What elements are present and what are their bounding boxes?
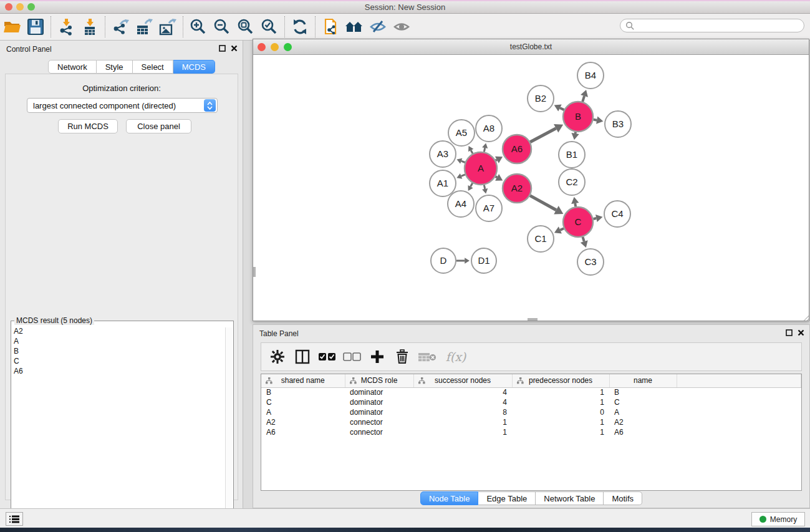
mcds-result-list[interactable]: A2ABCA6 (14, 326, 233, 376)
import-network-icon[interactable] (54, 16, 78, 38)
table-row[interactable]: Bdominator41B (261, 387, 801, 397)
table-cell[interactable]: A2 (261, 417, 345, 427)
table-cell[interactable]: connector (345, 427, 413, 437)
graph-node-A1[interactable]: A1 (430, 170, 456, 196)
delete-column-icon[interactable] (391, 346, 413, 368)
result-item[interactable]: A2 (14, 326, 233, 336)
graph-node-B2[interactable]: B2 (528, 85, 554, 112)
edge-A6-B[interactable] (530, 128, 556, 142)
graph-node-A2[interactable]: A2 (503, 174, 531, 203)
deselect-all-checks-icon[interactable] (341, 346, 364, 368)
column-header-MCDS-role[interactable]: MCDS role (345, 374, 413, 387)
apply-function-icon[interactable]: f(x) (441, 346, 471, 368)
tab-edge-table[interactable]: Edge Table (478, 491, 536, 505)
table-cell[interactable]: C (609, 397, 677, 407)
column-header-name[interactable]: name (609, 374, 677, 387)
graph-node-C1[interactable]: C1 (528, 226, 554, 252)
graph-node-B3[interactable]: B3 (605, 111, 631, 137)
edge-A-A8[interactable] (484, 148, 485, 152)
edge-A-A7[interactable] (484, 185, 485, 188)
close-panel-icon[interactable] (231, 45, 238, 52)
graph-node-A6[interactable]: A6 (503, 135, 531, 163)
column-header-successor-nodes[interactable]: successor nodes (413, 374, 512, 387)
show-details-icon[interactable] (390, 16, 413, 38)
table-cell[interactable]: 1 (413, 417, 512, 427)
result-item[interactable]: A6 (14, 366, 233, 376)
table-cell[interactable]: dominator (345, 397, 413, 407)
edge-A-A2[interactable] (496, 177, 497, 177)
open-folder-icon[interactable] (0, 16, 24, 38)
table-row[interactable]: A6connector11A6 (261, 427, 801, 437)
graph-node-D[interactable]: D (431, 248, 456, 273)
run-mcds-button[interactable]: Run MCDS (58, 119, 118, 133)
graph-node-C3[interactable]: C3 (577, 249, 604, 275)
column-header-predecessor-nodes[interactable]: predecessor nodes (512, 374, 609, 387)
close-panel-button[interactable]: Close panel (126, 119, 191, 133)
table-cell[interactable]: 1 (512, 417, 609, 427)
table-cell[interactable]: C (261, 397, 345, 407)
import-table-icon[interactable] (78, 16, 102, 38)
zoom-selected-icon[interactable] (258, 16, 281, 38)
graph-node-A[interactable]: A (465, 152, 497, 185)
graph-node-A4[interactable]: A4 (448, 191, 474, 217)
edge-B-B2[interactable] (560, 108, 564, 110)
export-network-icon[interactable] (108, 16, 132, 38)
float-panel-icon[interactable] (786, 329, 793, 336)
select-all-checks-icon[interactable] (316, 346, 339, 368)
table-cell[interactable]: 4 (413, 397, 512, 407)
graph-node-C2[interactable]: C2 (559, 169, 585, 195)
task-history-button[interactable] (6, 512, 23, 526)
edge-A-A1[interactable] (461, 175, 465, 176)
edge-C-C2[interactable] (575, 203, 576, 206)
graph-node-A8[interactable]: A8 (476, 115, 502, 142)
tab-select[interactable]: Select (133, 60, 173, 74)
edge-C-C3[interactable] (582, 237, 584, 241)
edge-A2-C[interactable] (530, 196, 556, 210)
export-table-icon[interactable] (132, 16, 156, 38)
search-input[interactable] (620, 19, 804, 32)
table-cell[interactable]: 1 (413, 427, 512, 437)
table-cell[interactable]: connector (345, 417, 413, 427)
home-views-icon[interactable] (342, 16, 366, 38)
table-cell[interactable]: B (609, 387, 677, 397)
edge-B-B3[interactable] (594, 120, 597, 120)
network-canvas[interactable]: B4B2BB3A8A5A6A3B1AC2A1A2A4A7C4CC1C3DD1 (253, 55, 809, 317)
edge-C-C1[interactable] (560, 228, 564, 230)
zoom-in-icon[interactable] (186, 16, 210, 38)
vertical-scroll-indicator[interactable] (253, 267, 256, 277)
table-row[interactable]: Cdominator41C (261, 397, 801, 407)
result-item[interactable]: B (14, 346, 233, 356)
tab-node-table[interactable]: Node Table (420, 491, 479, 505)
table-cell[interactable]: 1 (512, 427, 609, 437)
network-window-titlebar[interactable]: testGlobe.txt (253, 39, 809, 55)
table-cell[interactable]: 8 (413, 407, 512, 417)
graph-node-A7[interactable]: A7 (476, 195, 502, 221)
network-graph[interactable]: B4B2BB3A8A5A6A3B1AC2A1A2A4A7C4CC1C3DD1 (253, 55, 809, 317)
table-cell[interactable]: 4 (413, 387, 512, 397)
network-from-document-icon[interactable] (319, 16, 342, 38)
save-session-icon[interactable] (24, 16, 47, 38)
table-settings-icon[interactable] (266, 346, 289, 368)
graph-node-D1[interactable]: D1 (471, 248, 496, 273)
add-column-icon[interactable] (366, 346, 388, 368)
edge-A-A3[interactable] (461, 161, 465, 162)
edge-A-A6[interactable] (496, 160, 497, 160)
tab-mcds[interactable]: MCDS (173, 60, 215, 74)
close-panel-icon[interactable] (798, 329, 804, 336)
table-cell[interactable]: B (261, 387, 345, 397)
memory-button[interactable]: Memory (751, 512, 805, 526)
table-cell[interactable]: A (261, 407, 345, 417)
hide-details-icon[interactable] (366, 16, 390, 38)
export-image-icon[interactable] (156, 16, 180, 38)
result-item[interactable]: C (14, 356, 233, 366)
table-row[interactable]: A2connector11A2 (261, 417, 801, 427)
table-cell[interactable]: A2 (609, 417, 677, 427)
zoom-fit-icon[interactable] (234, 16, 258, 38)
table-cell[interactable]: dominator (345, 407, 413, 417)
table-cell[interactable]: dominator (345, 387, 413, 397)
column-header-shared-name[interactable]: shared name (261, 374, 345, 387)
edge-B-B4[interactable] (582, 96, 584, 102)
table-cell[interactable]: A6 (261, 427, 345, 437)
graph-node-C4[interactable]: C4 (604, 201, 630, 227)
graph-node-A3[interactable]: A3 (430, 141, 456, 167)
